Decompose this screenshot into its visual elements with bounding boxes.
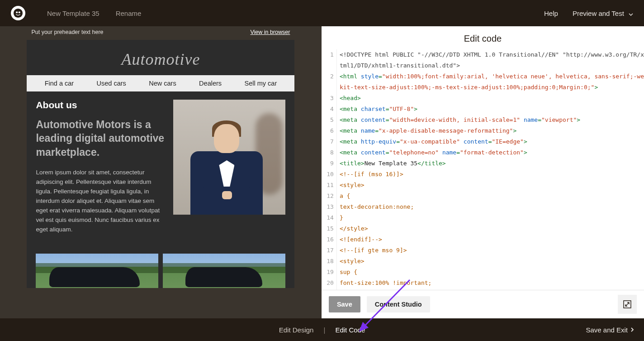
content-studio-button[interactable]: Content Studio [367,296,430,312]
edit-design-tab[interactable]: Edit Design [279,326,314,334]
about-body: Lorem ipsum dolor sit amet, consectetur … [36,168,164,234]
nav-new-cars[interactable]: New cars [149,80,176,87]
top-bar: New Template 35 Rename Help Preview and … [0,0,644,26]
save-button[interactable]: Save [329,296,360,312]
preview-test-label: Preview and Test [573,10,624,17]
editor-actions: Save Content Studio [322,290,644,318]
svg-point-2 [19,11,20,13]
about-section: About us Automotive Motors is a leading … [27,91,294,247]
email-preview-panel: Put your preheader text here View in bro… [0,26,322,318]
car-image-1 [36,254,158,288]
mailchimp-logo[interactable] [11,6,25,20]
edit-code-tab[interactable]: Edit Code [335,326,365,334]
expand-icon [623,300,631,308]
chevron-right-icon [630,327,634,332]
main-area: Put your preheader text here View in bro… [0,26,644,318]
car-image-2 [163,254,285,288]
svg-point-1 [16,11,18,13]
bottom-bar: Edit Design | Edit Code Save and Exit [0,318,644,341]
svg-point-0 [14,9,23,18]
preview-test-dropdown[interactable]: Preview and Test [573,10,633,17]
nav-sell-car[interactable]: Sell my car [245,80,277,87]
about-image [173,100,285,215]
brand-logo: Automotive [27,50,294,69]
tab-separator: | [323,326,325,334]
monkey-icon [13,8,23,18]
expand-button[interactable] [618,295,637,314]
template-name[interactable]: New Template 35 [47,10,99,17]
view-in-browser-link[interactable]: View in browser [250,29,290,35]
email-navbar: Find a car Used cars New cars Dealers Se… [27,75,294,91]
nav-dealers[interactable]: Dealers [199,80,222,87]
about-headline: Automotive Motors is a leading digital a… [36,118,164,159]
help-link[interactable]: Help [544,10,558,17]
email-body[interactable]: Automotive Find a car Used cars New cars… [27,40,294,288]
rename-link[interactable]: Rename [116,10,142,17]
line-gutter: 1234567891011121314151617181920 [322,49,337,290]
preheader-row: Put your preheader text here View in bro… [27,26,294,40]
nav-used-cars[interactable]: Used cars [97,80,126,87]
car-image-row [27,247,294,288]
code-editor-panel: Edit code 123456789101112131415161718192… [322,26,644,318]
code-lines[interactable]: <!DOCTYPE html PUBLIC "-//W3C//DTD XHTML… [337,49,644,290]
editor-title: Edit code [322,26,644,49]
chevron-down-icon [629,10,633,17]
nav-find-car[interactable]: Find a car [45,80,74,87]
save-and-exit-button[interactable]: Save and Exit [586,326,634,334]
preheader-text[interactable]: Put your preheader text here [31,29,103,35]
code-editor[interactable]: 1234567891011121314151617181920 <!DOCTYP… [322,49,644,290]
email-header: Automotive [27,40,294,75]
save-exit-label: Save and Exit [586,326,628,334]
about-title: About us [36,100,164,110]
